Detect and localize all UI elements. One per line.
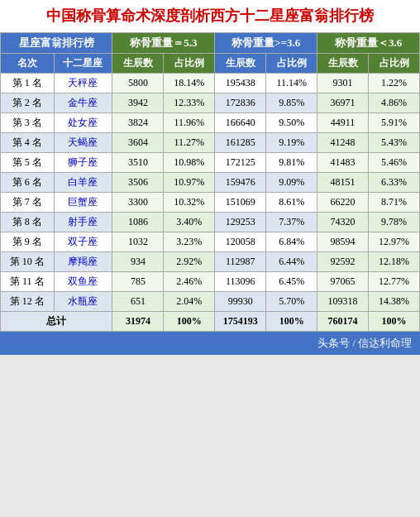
zodiac-link[interactable]: 金牛座 xyxy=(68,97,98,108)
birth2-cell: 151069 xyxy=(215,193,266,213)
ratio2-cell: 8.61% xyxy=(266,193,317,213)
zodiac-link[interactable]: 水瓶座 xyxy=(68,295,98,307)
rank-cell: 第 5 名 xyxy=(1,153,55,173)
rank-cell: 第 12 名 xyxy=(1,292,55,312)
ratio1-cell: 11.27% xyxy=(164,133,215,153)
zodiac-link[interactable]: 天蝎座 xyxy=(68,136,98,148)
ratio1-cell: 12.33% xyxy=(164,93,215,113)
ratio3-cell: 8.71% xyxy=(369,193,420,213)
ratio3-cell: 12.77% xyxy=(369,272,420,292)
zodiac-cell: 双子座 xyxy=(54,232,112,252)
birth2-cell: 172836 xyxy=(215,93,266,113)
zodiac-link[interactable]: 双鱼座 xyxy=(68,275,98,287)
ratio3-cell: 9.78% xyxy=(369,213,420,232)
total-b1: 31974 xyxy=(112,312,164,332)
page-title: 中国称骨算命术深度剖析西方十二星座富翁排行榜 xyxy=(0,0,420,32)
table-row: 第 7 名 巨蟹座 3300 10.32% 151069 8.61% 66220… xyxy=(1,193,420,213)
ratio1-cell: 18.14% xyxy=(164,74,215,93)
rank-cell: 第 1 名 xyxy=(1,74,55,93)
birth2-cell: 113096 xyxy=(215,272,266,292)
zodiac-cell: 白羊座 xyxy=(54,173,112,193)
birth1-cell: 1032 xyxy=(112,232,164,252)
birth1-cell: 3604 xyxy=(112,133,164,153)
ratio1-cell: 3.40% xyxy=(164,213,215,232)
birth2-cell: 112987 xyxy=(215,252,266,272)
header-birth1: 生辰数 xyxy=(112,54,164,74)
zodiac-cell: 狮子座 xyxy=(54,153,112,173)
table-row: 第 11 名 双鱼座 785 2.46% 113096 6.45% 97065 … xyxy=(1,272,420,292)
zodiac-cell: 水瓶座 xyxy=(54,292,112,312)
birth2-cell: 172125 xyxy=(215,153,266,173)
rank-cell: 第 8 名 xyxy=(1,213,55,232)
total-r3: 100% xyxy=(369,312,420,332)
birth3-cell: 9301 xyxy=(317,74,369,93)
zodiac-link[interactable]: 摩羯座 xyxy=(68,256,98,267)
total-r1: 100% xyxy=(164,312,215,332)
birth2-cell: 120058 xyxy=(215,232,266,252)
ratio1-cell: 2.92% xyxy=(164,252,215,272)
ratio2-cell: 9.09% xyxy=(266,173,317,193)
total-b3: 760174 xyxy=(317,312,369,332)
zodiac-link[interactable]: 天秤座 xyxy=(68,77,98,89)
table-row: 第 5 名 狮子座 3510 10.98% 172125 9.81% 41483… xyxy=(1,153,420,173)
rank-cell: 第 11 名 xyxy=(1,272,55,292)
birth3-cell: 92592 xyxy=(317,252,369,272)
ratio2-cell: 6.84% xyxy=(266,232,317,252)
birth2-cell: 159476 xyxy=(215,173,266,193)
ratio3-cell: 12.18% xyxy=(369,252,420,272)
footer: 头条号 / 信达利命理 xyxy=(0,332,420,355)
birth1-cell: 3942 xyxy=(112,93,164,113)
table-body: 第 1 名 天秤座 5800 18.14% 195438 11.14% 9301… xyxy=(1,74,420,332)
ratio3-cell: 1.22% xyxy=(369,74,420,93)
header-zodiac: 十二星座 xyxy=(54,54,112,74)
ratio3-cell: 14.38% xyxy=(369,292,420,312)
main-container: 中国称骨算命术深度剖析西方十二星座富翁排行榜 星座富翁排行榜 称骨重量＝5.3 … xyxy=(0,0,420,355)
ratio1-cell: 10.98% xyxy=(164,153,215,173)
rank-cell: 第 9 名 xyxy=(1,232,55,252)
table-row: 第 4 名 天蝎座 3604 11.27% 161285 9.19% 41248… xyxy=(1,133,420,153)
rank-cell: 第 10 名 xyxy=(1,252,55,272)
ratio3-cell: 12.97% xyxy=(369,232,420,252)
zodiac-link[interactable]: 射手座 xyxy=(68,216,98,227)
zodiac-cell: 天秤座 xyxy=(54,74,112,93)
header-col2: 称骨重量＝5.3 xyxy=(112,33,215,54)
ratio2-cell: 11.14% xyxy=(266,74,317,93)
ratio2-cell: 7.37% xyxy=(266,213,317,232)
ratio1-cell: 10.32% xyxy=(164,193,215,213)
ratio2-cell: 6.44% xyxy=(266,252,317,272)
rank-cell: 第 6 名 xyxy=(1,173,55,193)
table-row: 第 9 名 双子座 1032 3.23% 120058 6.84% 98594 … xyxy=(1,232,420,252)
zodiac-link[interactable]: 白羊座 xyxy=(68,176,98,188)
header-birth3: 生辰数 xyxy=(317,54,369,74)
birth3-cell: 41483 xyxy=(317,153,369,173)
zodiac-link[interactable]: 双子座 xyxy=(68,236,98,247)
birth1-cell: 934 xyxy=(112,252,164,272)
birth3-cell: 74320 xyxy=(317,213,369,232)
table-row: 第 1 名 天秤座 5800 18.14% 195438 11.14% 9301… xyxy=(1,74,420,93)
ratio1-cell: 2.04% xyxy=(164,292,215,312)
rankings-table: 星座富翁排行榜 称骨重量＝5.3 称骨重量>=3.6 称骨重量＜3.6 名次 十… xyxy=(0,32,420,332)
rank-cell: 第 3 名 xyxy=(1,113,55,133)
header-ranking: 星座富翁排行榜 xyxy=(1,33,112,54)
ratio2-cell: 9.50% xyxy=(266,113,317,133)
header-col3: 称骨重量>=3.6 xyxy=(215,33,317,54)
birth2-cell: 99930 xyxy=(215,292,266,312)
zodiac-cell: 金牛座 xyxy=(54,93,112,113)
zodiac-link[interactable]: 处女座 xyxy=(68,117,98,128)
ratio2-cell: 5.70% xyxy=(266,292,317,312)
zodiac-cell: 天蝎座 xyxy=(54,133,112,153)
zodiac-link[interactable]: 巨蟹座 xyxy=(68,196,98,208)
header-rank: 名次 xyxy=(1,54,55,74)
birth3-cell: 44911 xyxy=(317,113,369,133)
birth3-cell: 36971 xyxy=(317,93,369,113)
birth2-cell: 161285 xyxy=(215,133,266,153)
birth2-cell: 166640 xyxy=(215,113,266,133)
ratio1-cell: 2.46% xyxy=(164,272,215,292)
birth1-cell: 785 xyxy=(112,272,164,292)
total-label: 总计 xyxy=(1,312,112,332)
rank-cell: 第 4 名 xyxy=(1,133,55,153)
ratio3-cell: 6.33% xyxy=(369,173,420,193)
ratio3-cell: 5.91% xyxy=(369,113,420,133)
zodiac-cell: 射手座 xyxy=(54,213,112,232)
zodiac-link[interactable]: 狮子座 xyxy=(68,156,98,168)
